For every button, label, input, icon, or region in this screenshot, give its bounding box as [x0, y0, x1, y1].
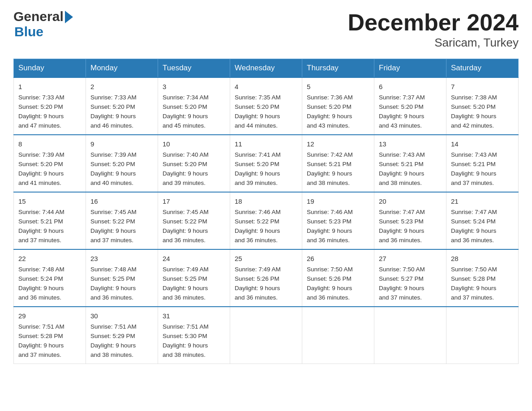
calendar-cell: 13Sunrise: 7:43 AMSunset: 5:21 PMDayligh… — [374, 135, 446, 192]
day-number: 27 — [379, 253, 442, 264]
sunset-label: Sunset: 5:29 PM — [90, 333, 135, 339]
calendar-week-row: 29Sunrise: 7:51 AMSunset: 5:28 PMDayligh… — [14, 307, 519, 364]
daylight-label: Daylight: 9 hours — [307, 285, 352, 291]
sunset-label: Sunset: 5:22 PM — [235, 218, 279, 225]
daylight-minutes: and 36 minutes. — [18, 294, 61, 301]
sunset-label: Sunset: 5:22 PM — [90, 218, 135, 225]
calendar-cell: 8Sunrise: 7:39 AMSunset: 5:20 PMDaylight… — [14, 135, 86, 192]
calendar-cell: 29Sunrise: 7:51 AMSunset: 5:28 PMDayligh… — [14, 307, 86, 364]
sunrise-label: Sunrise: 7:39 AM — [18, 151, 64, 158]
daylight-minutes: and 43 minutes. — [307, 122, 350, 129]
sunrise-label: Sunrise: 7:49 AM — [163, 266, 209, 273]
sunrise-label: Sunrise: 7:33 AM — [18, 94, 64, 101]
sunrise-label: Sunrise: 7:33 AM — [90, 94, 137, 101]
sunrise-label: Sunrise: 7:40 AM — [163, 151, 209, 158]
calendar-cell: 4Sunrise: 7:35 AMSunset: 5:20 PMDaylight… — [230, 77, 302, 135]
day-number: 24 — [163, 253, 225, 264]
sunrise-label: Sunrise: 7:34 AM — [163, 94, 209, 101]
sunset-label: Sunset: 5:30 PM — [163, 333, 207, 339]
day-number: 16 — [90, 196, 153, 206]
daylight-minutes: and 36 minutes. — [307, 237, 350, 244]
calendar-cell — [374, 307, 446, 364]
daylight-label: Daylight: 9 hours — [90, 170, 136, 177]
sunrise-label: Sunrise: 7:46 AM — [307, 209, 353, 215]
sunrise-label: Sunrise: 7:51 AM — [90, 323, 137, 330]
day-number: 26 — [307, 253, 369, 264]
calendar-week-row: 22Sunrise: 7:48 AMSunset: 5:24 PMDayligh… — [14, 249, 519, 307]
sunrise-label: Sunrise: 7:50 AM — [379, 266, 425, 273]
calendar-cell: 21Sunrise: 7:47 AMSunset: 5:24 PMDayligh… — [446, 192, 519, 249]
sunrise-label: Sunrise: 7:36 AM — [307, 94, 353, 101]
daylight-label: Daylight: 9 hours — [163, 285, 208, 291]
logo: General Blue — [13, 9, 73, 39]
daylight-minutes: and 36 minutes. — [90, 294, 133, 301]
day-number: 2 — [90, 81, 153, 92]
daylight-label: Daylight: 9 hours — [90, 113, 136, 120]
daylight-label: Daylight: 9 hours — [379, 227, 424, 234]
sunset-label: Sunset: 5:25 PM — [90, 275, 135, 282]
sunset-label: Sunset: 5:20 PM — [18, 161, 63, 167]
calendar-header-row: SundayMondayTuesdayWednesdayThursdayFrid… — [14, 59, 519, 78]
day-number: 31 — [163, 311, 225, 321]
sunrise-label: Sunrise: 7:47 AM — [451, 209, 497, 215]
sunrise-label: Sunrise: 7:48 AM — [90, 266, 137, 273]
sunrise-label: Sunrise: 7:51 AM — [163, 323, 209, 330]
sunrise-label: Sunrise: 7:37 AM — [379, 94, 425, 101]
day-of-week-header: Thursday — [302, 59, 374, 78]
calendar-cell: 16Sunrise: 7:45 AMSunset: 5:22 PMDayligh… — [86, 192, 158, 249]
calendar-cell: 22Sunrise: 7:48 AMSunset: 5:24 PMDayligh… — [14, 249, 86, 307]
sunset-label: Sunset: 5:20 PM — [90, 161, 135, 167]
daylight-label: Daylight: 9 hours — [18, 170, 64, 177]
daylight-minutes: and 36 minutes. — [451, 237, 494, 244]
calendar-cell: 24Sunrise: 7:49 AMSunset: 5:25 PMDayligh… — [158, 249, 230, 307]
day-number: 13 — [379, 139, 442, 149]
sunset-label: Sunset: 5:28 PM — [18, 333, 63, 339]
calendar-cell: 26Sunrise: 7:50 AMSunset: 5:26 PMDayligh… — [302, 249, 374, 307]
daylight-minutes: and 41 minutes. — [18, 180, 61, 186]
calendar-cell: 12Sunrise: 7:42 AMSunset: 5:21 PMDayligh… — [302, 135, 374, 192]
daylight-minutes: and 39 minutes. — [163, 180, 206, 186]
day-of-week-header: Tuesday — [158, 59, 230, 78]
daylight-label: Daylight: 9 hours — [90, 285, 136, 291]
calendar-week-row: 1Sunrise: 7:33 AMSunset: 5:20 PMDaylight… — [14, 77, 519, 135]
day-of-week-header: Saturday — [446, 59, 519, 78]
daylight-minutes: and 39 minutes. — [235, 180, 278, 186]
sunrise-label: Sunrise: 7:38 AM — [451, 94, 497, 101]
sunrise-label: Sunrise: 7:50 AM — [451, 266, 497, 273]
calendar-cell: 14Sunrise: 7:43 AMSunset: 5:21 PMDayligh… — [446, 135, 519, 192]
day-of-week-header: Wednesday — [230, 59, 302, 78]
sunset-label: Sunset: 5:20 PM — [307, 103, 352, 110]
day-number: 4 — [235, 81, 297, 92]
logo-arrow-icon — [65, 11, 73, 23]
daylight-label: Daylight: 9 hours — [90, 227, 136, 234]
sunset-label: Sunset: 5:20 PM — [235, 103, 279, 110]
sunrise-label: Sunrise: 7:41 AM — [235, 151, 281, 158]
sunrise-label: Sunrise: 7:43 AM — [379, 151, 425, 158]
day-number: 14 — [451, 139, 514, 149]
day-number: 28 — [451, 253, 514, 264]
day-number: 30 — [90, 311, 153, 321]
daylight-minutes: and 47 minutes. — [18, 122, 61, 129]
day-of-week-header: Friday — [374, 59, 446, 78]
daylight-minutes: and 38 minutes. — [307, 180, 350, 186]
sunrise-label: Sunrise: 7:43 AM — [451, 151, 497, 158]
daylight-minutes: and 46 minutes. — [90, 122, 133, 129]
day-number: 12 — [307, 139, 369, 149]
daylight-minutes: and 37 minutes. — [379, 294, 422, 301]
sunrise-label: Sunrise: 7:44 AM — [18, 209, 64, 215]
calendar-cell: 18Sunrise: 7:46 AMSunset: 5:22 PMDayligh… — [230, 192, 302, 249]
calendar-cell: 28Sunrise: 7:50 AMSunset: 5:28 PMDayligh… — [446, 249, 519, 307]
daylight-label: Daylight: 9 hours — [163, 227, 208, 234]
daylight-minutes: and 37 minutes. — [18, 351, 61, 358]
calendar-cell: 5Sunrise: 7:36 AMSunset: 5:20 PMDaylight… — [302, 77, 374, 135]
sunset-label: Sunset: 5:23 PM — [307, 218, 352, 225]
sunrise-label: Sunrise: 7:46 AM — [235, 209, 281, 215]
daylight-minutes: and 42 minutes. — [451, 122, 494, 129]
sunset-label: Sunset: 5:24 PM — [18, 275, 63, 282]
calendar-cell: 2Sunrise: 7:33 AMSunset: 5:20 PMDaylight… — [86, 77, 158, 135]
sunset-label: Sunset: 5:20 PM — [90, 103, 135, 110]
sunset-label: Sunset: 5:24 PM — [451, 218, 496, 225]
calendar-cell: 6Sunrise: 7:37 AMSunset: 5:20 PMDaylight… — [374, 77, 446, 135]
daylight-label: Daylight: 9 hours — [235, 170, 280, 177]
daylight-minutes: and 38 minutes. — [163, 351, 206, 358]
